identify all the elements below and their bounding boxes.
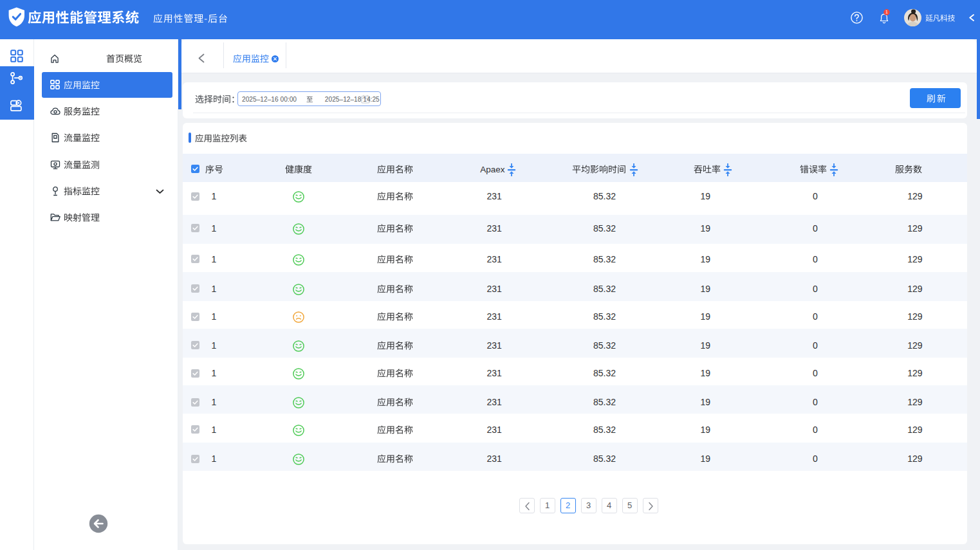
svg-text:1: 1 [885,10,888,15]
